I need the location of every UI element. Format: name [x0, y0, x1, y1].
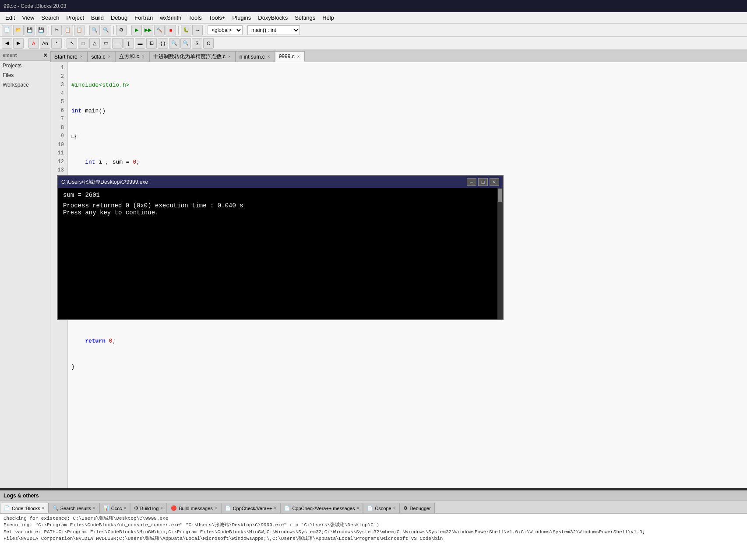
bracket-button[interactable]: [ [123, 38, 134, 49]
build-run-button[interactable]: ▶ [131, 25, 142, 35]
cursor-button[interactable]: ↖ [67, 38, 77, 49]
tab-nsum-close[interactable]: × [267, 54, 271, 59]
sep3 [113, 26, 114, 35]
debug-button[interactable]: 🐛 [181, 25, 191, 35]
save-button[interactable]: 💾 [25, 25, 35, 35]
menu-search[interactable]: Search [38, 14, 63, 22]
bottom-tab-cccc-icon: 📊 [103, 505, 109, 511]
bottom-tab-codeblocks-close[interactable]: × [42, 506, 45, 511]
step-button[interactable]: → [192, 25, 203, 35]
tab-9999-close[interactable]: × [296, 54, 301, 59]
bottom-tab-buildlog-close[interactable]: × [160, 506, 163, 511]
tab-start-here-label: Start here [54, 54, 78, 60]
menu-settings[interactable]: Settings [291, 14, 319, 22]
tab-start-here[interactable]: Start here × [50, 51, 88, 62]
bottom-tab-search-close[interactable]: × [93, 506, 95, 511]
settings-button[interactable]: ⚙ [116, 25, 127, 35]
console-close-button[interactable]: × [490, 178, 499, 186]
frame-button[interactable]: ⊡ [146, 38, 157, 49]
cut-button[interactable]: ✂ [51, 25, 62, 35]
back-button[interactable]: ◀ [2, 38, 12, 49]
menu-plugins[interactable]: Plugins [229, 14, 255, 22]
bottom-tab-buildlog[interactable]: ⚙ Build log × [130, 503, 167, 513]
bottom-tab-buildmsg-close[interactable]: × [215, 506, 217, 511]
new-file-button[interactable]: 📄 [2, 25, 12, 35]
tab-cubic[interactable]: 立方和.c × [115, 51, 149, 62]
bottom-tab-debugger[interactable]: ⚙ Debugger [399, 503, 434, 513]
menu-project[interactable]: Project [63, 14, 88, 22]
tab-cubic-close[interactable]: × [141, 54, 145, 59]
tab-sdfa-close[interactable]: × [107, 54, 112, 59]
menu-wxsmith[interactable]: wxSmith [156, 14, 185, 22]
global-dropdown[interactable]: <global> [208, 25, 243, 35]
console-output-sum: sum = 2601 [63, 192, 497, 199]
bottom-tab-cscope-close[interactable]: × [393, 506, 396, 511]
menu-build[interactable]: Build [88, 14, 107, 22]
sidebar-item-projects[interactable]: Projects [0, 61, 50, 70]
menu-help[interactable]: Help [319, 14, 338, 22]
open-file-button[interactable]: 📂 [13, 25, 24, 35]
bottom-tab-cscope[interactable]: 📄 Cscope × [363, 503, 399, 513]
console-minimize-button[interactable]: ─ [467, 178, 476, 186]
paste-button[interactable]: 📋 [74, 25, 85, 35]
bottom-tab-cppcheck-close[interactable]: × [274, 506, 277, 511]
zoom-in-button[interactable]: 🔍 [169, 38, 180, 49]
code-block-button[interactable]: { } [158, 38, 168, 49]
menu-doxyblocks[interactable]: DoxyBlocks [254, 14, 291, 22]
tab-decimal-close[interactable]: × [227, 54, 232, 59]
sep5 [178, 26, 179, 35]
run-button[interactable]: ▶▶ [143, 25, 153, 35]
bottom-tab-search[interactable]: 🔍 Search results × [49, 503, 99, 513]
bottom-tab-cscope-label: Cscope [375, 506, 391, 511]
menu-edit[interactable]: Edit [2, 14, 18, 22]
triangle-button[interactable]: △ [89, 38, 100, 49]
bottom-tab-codeblocks[interactable]: 📄 Code::Blocks × [0, 503, 49, 513]
tab-sdfa[interactable]: sdfa.c × [88, 51, 116, 62]
search-icon-btn[interactable]: S [192, 38, 202, 49]
menu-fortran[interactable]: Fortran [131, 14, 156, 22]
an-button[interactable]: An [40, 38, 50, 49]
bottom-tab-debugger-icon: ⚙ [403, 505, 408, 511]
sidebar-item-workspace[interactable]: Workspace [0, 80, 50, 90]
stop-button[interactable]: ■ [166, 25, 176, 35]
logs-header: Logs & others [0, 491, 747, 500]
console-scroll-thumb[interactable] [498, 189, 502, 202]
c-button[interactable]: C [203, 38, 214, 49]
highlight-button[interactable]: A [28, 38, 39, 49]
bottom-tab-cppcheck-msg[interactable]: 📄 CppCheck/Vera++ messages × [280, 503, 363, 513]
bottom-tab-buildmsg[interactable]: 🔴 Build messages × [167, 503, 221, 513]
bottom-tab-cppcheck-msg-close[interactable]: × [356, 506, 359, 511]
tab-9999[interactable]: 9999.c × [275, 51, 305, 62]
sep2 [87, 26, 87, 35]
bottom-tab-cccc[interactable]: 📊 Cccc × [99, 503, 130, 513]
menu-tools-plus[interactable]: Tools+ [205, 14, 229, 22]
find-button[interactable]: 🔍 [89, 25, 100, 35]
bottom-tab-cccc-close[interactable]: × [123, 506, 126, 511]
copy-button[interactable]: 📋 [63, 25, 73, 35]
console-maximize-button[interactable]: □ [478, 178, 488, 186]
replace-button[interactable]: 🔍 [101, 25, 111, 35]
block-button[interactable]: ▬ [135, 38, 145, 49]
forward-button[interactable]: ▶ [13, 38, 24, 49]
rect2-button[interactable]: ▭ [101, 38, 111, 49]
bottom-content: Checking for existence: C:\Users\张城玮\Des… [0, 514, 747, 560]
save-all-button[interactable]: 💾 [36, 25, 46, 35]
build-button[interactable]: 🔨 [154, 25, 165, 35]
sidebar-close-button[interactable]: × [44, 52, 47, 59]
tab-start-here-close[interactable]: × [79, 54, 84, 59]
menu-tools[interactable]: Tools [185, 14, 205, 22]
asterisk-button[interactable]: * [51, 38, 62, 49]
sidebar-item-files[interactable]: Files [0, 70, 50, 80]
menu-view[interactable]: View [18, 14, 38, 22]
tab-nsum[interactable]: n int sum.c × [236, 51, 275, 62]
bottom-tab-cppcheck[interactable]: 📄 CppCheck/Vera++ × [221, 503, 281, 513]
console-scrollbar[interactable] [497, 188, 503, 319]
line-button[interactable]: — [112, 38, 123, 49]
function-dropdown[interactable]: main() : int [247, 25, 300, 35]
tab-decimal[interactable]: 十进制数转化为单精度浮点数.c × [149, 51, 236, 62]
rect-button[interactable]: □ [78, 38, 88, 49]
zoom-out-button[interactable]: 🔍 [180, 38, 191, 49]
menu-debug[interactable]: Debug [107, 14, 131, 22]
tab-nsum-label: n int sum.c [240, 54, 265, 60]
code-line-1: #include<stdio.h> [71, 81, 743, 90]
